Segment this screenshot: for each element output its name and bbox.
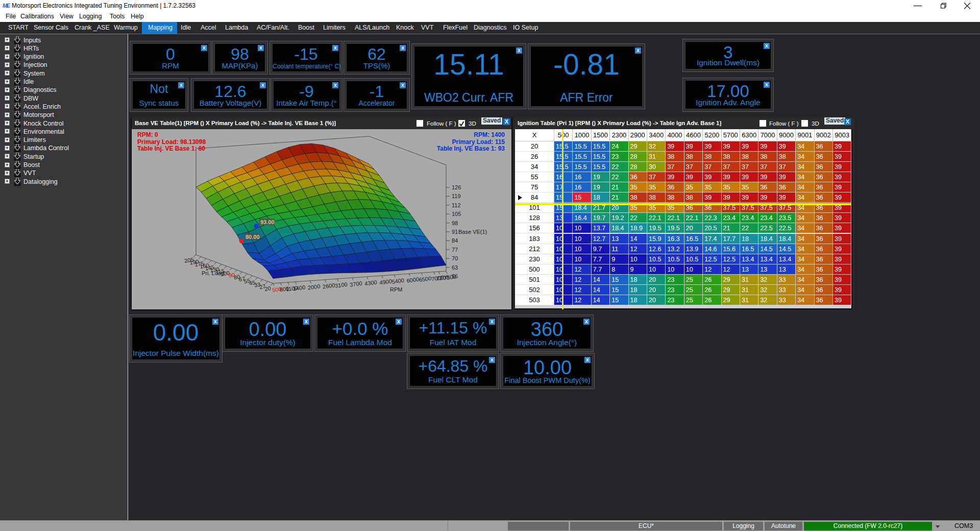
svg-text:93.00: 93.00 xyxy=(260,219,275,225)
svg-text:80.00: 80.00 xyxy=(246,234,260,240)
svg-text:RPM: RPM xyxy=(390,286,402,293)
svg-text:Primary Load: 98.13098: Primary Load: 98.13098 xyxy=(137,138,206,146)
svg-text:112: 112 xyxy=(452,202,461,208)
svg-text:20: 20 xyxy=(264,285,271,292)
svg-text:Primary Load: 115: Primary Load: 115 xyxy=(452,138,505,146)
svg-text:84: 84 xyxy=(452,237,458,244)
svg-text:RPM: 0: RPM: 0 xyxy=(137,131,158,138)
svg-text:RPM: 1400: RPM: 1400 xyxy=(474,131,505,138)
svg-text:Pri. Load: Pri. Load xyxy=(202,270,224,276)
svg-text:70: 70 xyxy=(452,255,458,261)
svg-text:105: 105 xyxy=(452,211,461,217)
svg-text:77: 77 xyxy=(452,247,458,253)
svg-text:126: 126 xyxy=(452,184,461,190)
svg-text:119: 119 xyxy=(452,193,461,199)
svg-text:91: 91 xyxy=(452,229,458,235)
svg-text:Table Inj. VE Base 1: 93: Table Inj. VE Base 1: 93 xyxy=(437,145,505,152)
svg-text:63: 63 xyxy=(452,264,458,271)
svg-text:Base VE(1): Base VE(1) xyxy=(458,229,487,235)
svg-text:98: 98 xyxy=(452,220,458,226)
svg-text:Table Inj. VE Base 1: 80: Table Inj. VE Base 1: 80 xyxy=(137,145,205,152)
